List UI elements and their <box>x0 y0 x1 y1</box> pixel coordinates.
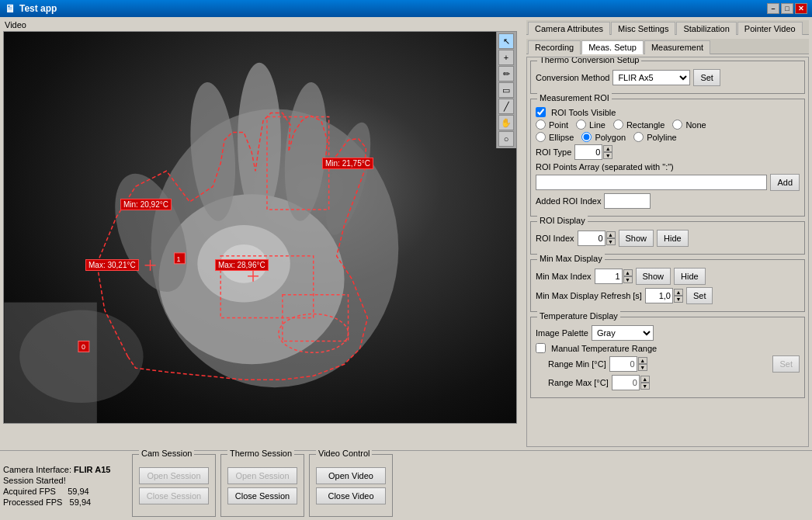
temp-set-button[interactable]: Set <box>772 355 800 373</box>
processed-fps-label: Processed FPS <box>3 497 62 507</box>
conversion-method-select[interactable]: FLIR Ax5 FLIR A3 <box>612 70 690 85</box>
range-min-input[interactable] <box>609 356 637 372</box>
tabs-row-1: Camera Attributes Misc Settings Stabiliz… <box>526 20 809 35</box>
roi-none-radio[interactable] <box>672 120 682 130</box>
roi-ellipse-label: Ellipse <box>549 133 574 142</box>
manual-temp-row: Manual Temperature Range <box>536 343 800 353</box>
video-container: 1 0 Min: 20,92°C Min: 21,75°C Max: 30,21… <box>3 31 517 424</box>
zoom-in-tool-button[interactable]: + <box>498 50 514 65</box>
thermo-set-button[interactable]: Set <box>693 69 720 86</box>
rect-tool-button[interactable]: ▭ <box>498 82 514 98</box>
thermo-close-session-button[interactable]: Close Session <box>227 487 297 504</box>
tab-pointer-video[interactable]: Pointer Video <box>737 22 803 35</box>
thermo-open-session-button[interactable]: Open Session <box>227 467 297 484</box>
tab-camera-attributes[interactable]: Camera Attributes <box>528 22 610 35</box>
roi-tools-visible-checkbox[interactable] <box>536 107 546 117</box>
roi-line-radio[interactable] <box>576 120 586 130</box>
conversion-method-label: Conversion Method <box>536 73 609 82</box>
image-palette-row: Image Palette Gray Iron Rainbow <box>536 325 800 341</box>
video-close-button[interactable]: Close Video <box>316 487 386 504</box>
min-max-index-spinner: ▲ ▼ <box>595 269 633 284</box>
range-max-up[interactable]: ▲ <box>640 376 650 383</box>
min-max-index-up[interactable]: ▲ <box>623 269 633 276</box>
range-max-label: Range Max [°C] <box>548 378 609 387</box>
maximize-button[interactable]: □ <box>781 3 793 14</box>
manual-temp-checkbox[interactable] <box>536 343 546 353</box>
cam-close-session-button[interactable]: Close Session <box>139 487 209 504</box>
title-bar: 🖥 Test app – □ ✕ <box>0 0 812 17</box>
video-toolbar: ↖ + ✏ ▭ ╱ ✋ ○ <box>496 32 516 148</box>
roi-polyline-radio[interactable] <box>633 132 644 142</box>
main-window: Video <box>0 17 812 520</box>
roi-index-spinners: ▲ ▼ <box>606 231 616 245</box>
roi-hide-button[interactable]: Hide <box>657 230 689 247</box>
range-min-up[interactable]: ▲ <box>638 357 647 364</box>
video-open-button[interactable]: Open Video <box>316 467 386 484</box>
range-min-down[interactable]: ▼ <box>638 364 647 371</box>
minimize-button[interactable]: – <box>767 3 779 14</box>
min-max-refresh-up[interactable]: ▲ <box>674 289 683 296</box>
roi-point-radio[interactable] <box>536 120 546 130</box>
image-palette-label: Image Palette <box>536 328 588 338</box>
min-max-refresh-input[interactable] <box>645 288 673 303</box>
tab-stabilization[interactable]: Stabilization <box>676 22 736 35</box>
roi-rectangle-label: Rectangle <box>626 120 665 130</box>
window-title: Test app <box>19 3 57 14</box>
roi-type-input[interactable] <box>574 144 602 160</box>
roi-rectangle-radio-item: Rectangle <box>613 120 665 130</box>
min-max-refresh-row: Min Max Display Refresh [s] ▲ ▼ Set <box>536 287 800 304</box>
roi-polyline-radio-item: Polyline <box>633 132 677 142</box>
pen-tool-button[interactable]: ✏ <box>498 66 514 81</box>
roi-ellipse-radio-item: Ellipse <box>536 132 574 142</box>
roi-points-row: ROI Points Array (separated with ":") <box>536 162 800 172</box>
roi-type-down[interactable]: ▼ <box>603 152 612 159</box>
range-max-spinners: ▲ ▼ <box>640 376 650 390</box>
range-max-down[interactable]: ▼ <box>640 383 650 390</box>
min-max-group: Min Max Display Min Max Index ▲ ▼ Show H… <box>530 259 805 312</box>
measurement-roi-group: Measurement ROI ROI Tools Visible Point … <box>530 99 805 217</box>
roi-index-up[interactable]: ▲ <box>606 231 616 238</box>
range-max-input[interactable] <box>612 375 640 390</box>
ellipse-tool-button[interactable]: ○ <box>498 131 514 147</box>
roi-none-radio-item: None <box>672 120 706 130</box>
roi-show-button[interactable]: Show <box>619 230 654 247</box>
roi-display-group: ROI Display ROI Index ▲ ▼ Show Hide <box>530 221 805 255</box>
svg-point-6 <box>238 63 281 217</box>
min-max-set-button[interactable]: Set <box>686 287 713 304</box>
move-tool-button[interactable]: ✋ <box>498 115 514 130</box>
cam-open-session-button[interactable]: Open Session <box>139 467 209 484</box>
tab-meas-setup[interactable]: Meas. Setup <box>581 40 644 54</box>
thermo-session-group: Thermo Session Open Session Close Sessio… <box>220 454 304 517</box>
roi-points-input[interactable] <box>536 175 767 190</box>
roi-index-label: ROI Index <box>536 234 574 243</box>
close-button[interactable]: ✕ <box>795 3 807 14</box>
min-max-index-down[interactable]: ▼ <box>623 276 633 283</box>
roi-index-input[interactable] <box>578 231 606 246</box>
min-max-show-button[interactable]: Show <box>636 268 671 285</box>
roi-rectangle-radio[interactable] <box>613 120 623 130</box>
roi-type-row: ROI Type ▲ ▼ <box>536 144 800 160</box>
added-roi-index-input[interactable] <box>604 193 651 209</box>
roi-none-label: None <box>685 120 706 130</box>
roi-index-down[interactable]: ▼ <box>606 238 616 245</box>
tab-misc-settings[interactable]: Misc Settings <box>611 22 675 35</box>
tab-recording[interactable]: Recording <box>528 40 581 54</box>
video-label: Video <box>3 20 523 29</box>
content-area: Video <box>0 17 812 450</box>
roi-polygon-radio[interactable] <box>581 132 592 142</box>
min-max-refresh-down[interactable]: ▼ <box>674 296 683 303</box>
min-max-index-input[interactable] <box>595 269 623 284</box>
roi-points-input-row: Add <box>536 174 800 191</box>
line-tool-button[interactable]: ╱ <box>498 99 514 114</box>
roi-type-radio-row1: Point Line Rectangle None <box>536 120 800 130</box>
min-max-hide-button[interactable]: Hide <box>674 268 706 285</box>
roi-ellipse-radio[interactable] <box>536 132 546 142</box>
roi-add-button[interactable]: Add <box>770 174 800 191</box>
cursor-tool-button[interactable]: ↖ <box>498 33 514 49</box>
tab-measurement[interactable]: Measurement <box>644 40 710 54</box>
roi-display-title: ROI Display <box>537 216 588 225</box>
roi-polyline-label: Polyline <box>647 133 677 142</box>
image-palette-select[interactable]: Gray Iron Rainbow <box>592 325 654 341</box>
acquired-fps-row: Acquired FPS 59,94 <box>3 487 127 496</box>
roi-type-up[interactable]: ▲ <box>603 145 612 152</box>
